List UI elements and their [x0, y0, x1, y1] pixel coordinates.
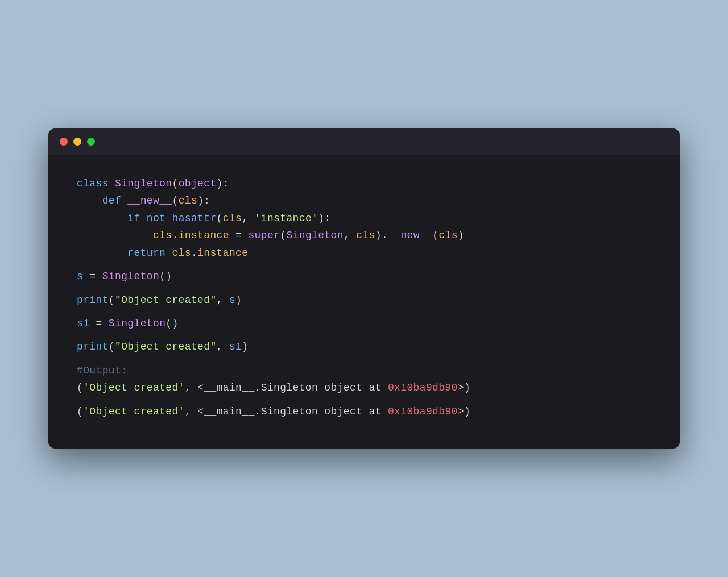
code-line-5: return cls.instance [77, 244, 651, 262]
code-line-7: print("Object created", s) [77, 292, 651, 309]
close-button[interactable] [60, 138, 68, 146]
code-line-8: s1 = Singleton() [77, 315, 651, 333]
titlebar [48, 128, 680, 155]
code-line-2: def __new__(cls): [77, 192, 651, 210]
code-line-9: print("Object created", s1) [77, 338, 651, 356]
code-line-4: cls.instance = super(Singleton, cls).__n… [77, 227, 651, 244]
code-display: class Singleton(object): def __new__(cls… [48, 155, 680, 449]
maximize-button[interactable] [87, 138, 95, 146]
code-line-comment: #Output: [77, 362, 651, 380]
minimize-button[interactable] [73, 138, 81, 146]
code-line-1: class Singleton(object): [77, 175, 651, 193]
code-window: class Singleton(object): def __new__(cls… [48, 128, 680, 449]
code-line-3: if not hasattr(cls, 'instance'): [77, 210, 651, 227]
code-line-output-1: ('Object created', <__main__.Singleton o… [77, 379, 651, 397]
code-line-6: s = Singleton() [77, 268, 651, 285]
code-line-output-2: ('Object created', <__main__.Singleton o… [77, 403, 651, 421]
